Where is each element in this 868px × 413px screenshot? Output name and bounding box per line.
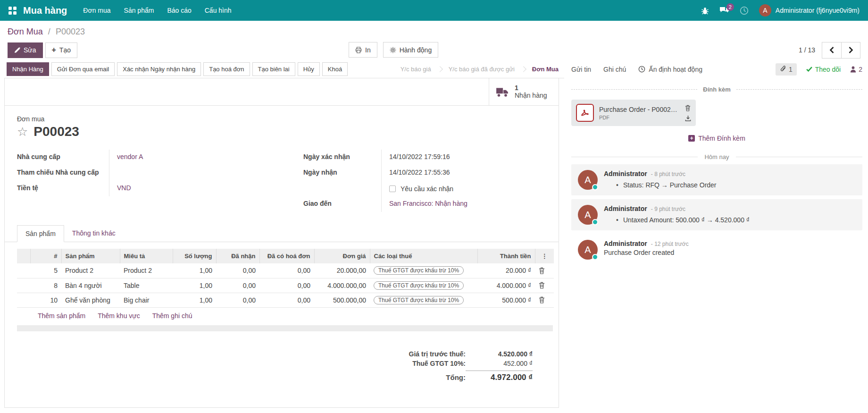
line-received: 0,00 bbox=[216, 278, 259, 293]
activities-clock-icon[interactable] bbox=[740, 6, 749, 15]
send-by-email-button[interactable]: Gửi Đơn qua email bbox=[51, 62, 115, 76]
vendor-value-link[interactable]: vendor A bbox=[117, 153, 143, 160]
ask-confirmation-checkbox[interactable] bbox=[389, 185, 396, 192]
favorite-star-icon[interactable]: ☆ bbox=[17, 126, 28, 138]
user-menu[interactable]: A Administrator (fj6nyue0vi9m) bbox=[759, 4, 860, 17]
state-rfq-sent[interactable]: Y/c báo giá đã được gửi bbox=[449, 66, 515, 73]
send-message-button[interactable]: Gửi tin bbox=[571, 66, 591, 73]
chatter: Gửi tin Ghi chú Ấn định hoạt động 1 bbox=[564, 61, 868, 265]
line-quantity: 1,00 bbox=[173, 293, 216, 307]
gear-icon bbox=[390, 47, 396, 53]
apps-menu-icon[interactable] bbox=[8, 7, 17, 15]
add-attachment-link[interactable]: + Thêm Đính kèm bbox=[571, 135, 862, 142]
online-status-dot bbox=[592, 219, 598, 225]
description-column-header[interactable]: Miêu tả bbox=[120, 249, 173, 263]
followers-button[interactable]: 2 bbox=[850, 66, 862, 73]
create-button[interactable]: + Tạo bbox=[45, 42, 77, 58]
add-note-link[interactable]: Thêm ghi chú bbox=[152, 312, 192, 320]
download-attachment-button[interactable] bbox=[685, 115, 691, 121]
pager-counter: 1 / 13 bbox=[799, 46, 815, 54]
edit-button[interactable]: Sửa bbox=[8, 42, 43, 58]
plus-icon: + bbox=[52, 46, 56, 54]
clock-icon bbox=[638, 66, 645, 73]
delete-line-button[interactable] bbox=[535, 263, 554, 278]
follow-button[interactable]: Theo dõi bbox=[806, 66, 841, 73]
add-product-link[interactable]: Thêm sản phẩm bbox=[38, 312, 85, 320]
action-button[interactable]: Hành động bbox=[383, 42, 439, 58]
vendor-reference-value bbox=[109, 165, 117, 181]
delete-line-button[interactable] bbox=[535, 278, 554, 293]
order-line-row[interactable]: 5 Product 2 Product 2 1,00 0,00 0,00 20.… bbox=[17, 263, 554, 278]
order-line-row[interactable]: 10 Ghế văn phòng Big chair 1,00 0,00 0,0… bbox=[17, 293, 554, 307]
line-tax-pill: Thuế GTGT được khấu trừ 10% bbox=[374, 266, 464, 275]
deliver-to-value-link[interactable]: San Francisco: Nhận hàng bbox=[389, 200, 467, 207]
column-options-icon[interactable]: ⋮ bbox=[535, 249, 554, 263]
receive-products-button[interactable]: Nhận Hàng bbox=[7, 62, 49, 76]
create-receipt-button[interactable]: Tạo biên lai bbox=[252, 62, 295, 76]
receipt-date-label: Ngày nhận bbox=[303, 165, 382, 181]
message-time: - 12 phút trước bbox=[651, 241, 689, 247]
debug-bug-icon[interactable] bbox=[701, 7, 709, 15]
attachment-filetype: PDF bbox=[599, 115, 680, 120]
line-subtotal: 20.000 ₫ bbox=[477, 263, 535, 278]
untaxed-amount-label: Giá trị trước thuế: bbox=[409, 350, 466, 358]
line-tax-pill: Thuế GTGT được khấu trừ 10% bbox=[374, 281, 464, 290]
messages-icon[interactable]: 2 bbox=[719, 7, 729, 15]
status-pipeline: Y/c báo giá Y/c báo giá đã được gửi Đơn … bbox=[401, 66, 561, 73]
attachments-toggle-button[interactable]: 1 bbox=[776, 63, 797, 76]
message-time: - 8 phút trước bbox=[651, 171, 685, 177]
tab-other-info[interactable]: Thông tin khác bbox=[64, 225, 124, 242]
chevron-right-icon bbox=[848, 47, 853, 53]
receipt-count: 1 bbox=[515, 84, 547, 92]
paperclip-icon bbox=[780, 66, 786, 73]
drag-handle-cell bbox=[17, 263, 30, 278]
app-name[interactable]: Mua hàng bbox=[23, 5, 67, 16]
billed-column-header[interactable]: Đã có hoá đơn bbox=[259, 249, 314, 263]
chatter-message: A Administrator - 12 phút trước Purchase… bbox=[571, 234, 862, 265]
state-purchase-order[interactable]: Đơn Mua bbox=[532, 66, 559, 73]
drag-handle-cell bbox=[17, 293, 30, 307]
chatter-message: A Administrator - 8 phút trước Status: R… bbox=[571, 164, 862, 195]
menu-products[interactable]: Sản phẩm bbox=[124, 7, 154, 14]
line-subtotal: 4.000.000 ₫ bbox=[477, 278, 535, 293]
delete-attachment-button[interactable] bbox=[685, 105, 691, 111]
state-rfq[interactable]: Y/c báo giá bbox=[401, 66, 431, 73]
subtotal-column-header[interactable]: Thành tiền bbox=[477, 249, 535, 263]
trash-icon bbox=[539, 296, 545, 303]
quantity-column-header[interactable]: Số lượng bbox=[173, 249, 216, 263]
pager-next-button[interactable] bbox=[841, 42, 860, 58]
line-billed: 0,00 bbox=[259, 293, 314, 307]
attachment-card[interactable]: Purchase Order - P00023.pdf PDF bbox=[571, 100, 696, 126]
tab-products[interactable]: Sản phẩm bbox=[17, 225, 64, 242]
lock-button[interactable]: Khoá bbox=[322, 62, 348, 76]
doc-name: P00023 bbox=[33, 124, 79, 139]
line-index: 8 bbox=[30, 278, 61, 293]
order-line-row[interactable]: 8 Bàn 4 người Table 1,00 0,00 0,00 4.000… bbox=[17, 278, 554, 293]
delete-line-button[interactable] bbox=[535, 293, 554, 307]
line-quantity: 1,00 bbox=[173, 263, 216, 278]
unit-price-column-header[interactable]: Đơn giá bbox=[314, 249, 370, 263]
line-index: 5 bbox=[30, 263, 61, 278]
menu-configuration[interactable]: Cấu hình bbox=[205, 7, 232, 14]
currency-value-link[interactable]: VND bbox=[117, 184, 131, 192]
breadcrumb-parent-link[interactable]: Đơn Mua bbox=[8, 27, 43, 36]
download-icon bbox=[685, 115, 691, 121]
product-column-header[interactable]: Sản phẩm bbox=[61, 249, 120, 263]
log-note-button[interactable]: Ghi chú bbox=[603, 66, 626, 73]
receipt-smart-button[interactable]: 1 Nhận hàng bbox=[489, 78, 559, 105]
print-button[interactable]: In bbox=[349, 42, 377, 58]
index-column-header[interactable]: # bbox=[30, 249, 61, 263]
cancel-button[interactable]: Hủy bbox=[298, 62, 320, 76]
add-section-link[interactable]: Thêm khu vực bbox=[98, 312, 140, 320]
taxes-column-header[interactable]: Các loại thuế bbox=[370, 249, 477, 263]
menu-reports[interactable]: Báo cáo bbox=[167, 7, 191, 14]
schedule-activity-button[interactable]: Ấn định hoạt động bbox=[638, 66, 702, 73]
pager-previous-button[interactable] bbox=[822, 42, 841, 58]
trash-icon bbox=[685, 105, 691, 111]
create-bill-button[interactable]: Tạo hoá đơn bbox=[203, 62, 250, 76]
received-column-header[interactable]: Đã nhận bbox=[216, 249, 259, 263]
menu-orders[interactable]: Đơn mua bbox=[83, 7, 110, 14]
confirm-receipt-date-button[interactable]: Xác nhận Ngày nhận hàng bbox=[117, 62, 201, 76]
chatter-message: A Administrator - 9 phút trước Untaxed A… bbox=[571, 199, 862, 230]
plus-square-icon: + bbox=[688, 135, 695, 142]
